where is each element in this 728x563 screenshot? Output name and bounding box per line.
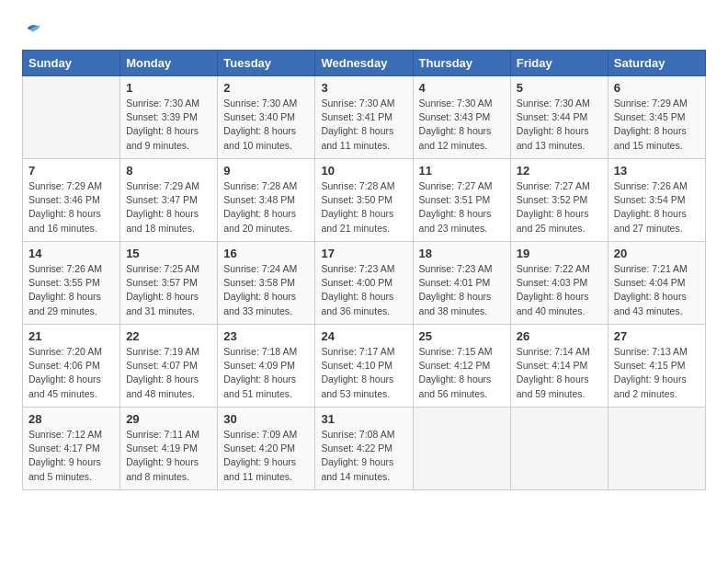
calendar-cell: 6Sunrise: 7:29 AMSunset: 3:45 PMDaylight…: [608, 76, 705, 159]
day-number: 30: [223, 412, 309, 426]
calendar-cell: 26Sunrise: 7:14 AMSunset: 4:14 PMDayligh…: [510, 325, 608, 408]
day-number: 16: [223, 247, 309, 260]
calendar-cell: [510, 408, 608, 490]
day-number: 10: [321, 164, 406, 178]
day-info: Sunrise: 7:20 AMSunset: 4:06 PMDaylight:…: [28, 345, 114, 401]
day-number: 12: [517, 164, 602, 178]
weekday-header-row: SundayMondayTuesdayWednesdayThursdayFrid…: [23, 51, 706, 76]
day-number: 29: [126, 412, 211, 426]
calendar-cell: 8Sunrise: 7:29 AMSunset: 3:47 PMDaylight…: [120, 159, 218, 242]
day-info: Sunrise: 7:29 AMSunset: 3:46 PMDaylight:…: [28, 179, 114, 236]
day-number: 14: [28, 247, 114, 260]
calendar-cell: 18Sunrise: 7:23 AMSunset: 4:01 PMDayligh…: [413, 242, 510, 325]
page-header: [22, 18, 706, 39]
calendar-cell: 28Sunrise: 7:12 AMSunset: 4:17 PMDayligh…: [23, 408, 120, 490]
calendar-cell: 3Sunrise: 7:30 AMSunset: 3:41 PMDaylight…: [315, 76, 413, 159]
day-info: Sunrise: 7:30 AMSunset: 3:44 PMDaylight:…: [517, 97, 602, 153]
day-info: Sunrise: 7:28 AMSunset: 3:48 PMDaylight:…: [223, 179, 309, 236]
day-info: Sunrise: 7:27 AMSunset: 3:51 PMDaylight:…: [419, 179, 505, 236]
day-info: Sunrise: 7:17 AMSunset: 4:10 PMDaylight:…: [321, 345, 406, 401]
day-number: 8: [126, 164, 211, 178]
calendar-cell: 19Sunrise: 7:22 AMSunset: 4:03 PMDayligh…: [510, 242, 608, 325]
day-number: 31: [321, 412, 406, 426]
day-info: Sunrise: 7:11 AMSunset: 4:19 PMDaylight:…: [126, 428, 211, 484]
calendar-week-5: 28Sunrise: 7:12 AMSunset: 4:17 PMDayligh…: [23, 408, 706, 490]
calendar-cell: 7Sunrise: 7:29 AMSunset: 3:46 PMDaylight…: [23, 159, 120, 242]
calendar-cell: 21Sunrise: 7:20 AMSunset: 4:06 PMDayligh…: [23, 325, 120, 408]
day-number: 27: [614, 329, 700, 343]
calendar-cell: 25Sunrise: 7:15 AMSunset: 4:12 PMDayligh…: [413, 325, 510, 408]
weekday-header-thursday: Thursday: [413, 51, 510, 76]
calendar-cell: 31Sunrise: 7:08 AMSunset: 4:22 PMDayligh…: [315, 408, 413, 490]
calendar-week-3: 14Sunrise: 7:26 AMSunset: 3:55 PMDayligh…: [23, 242, 706, 325]
calendar-cell: 2Sunrise: 7:30 AMSunset: 3:40 PMDaylight…: [218, 76, 315, 159]
day-info: Sunrise: 7:09 AMSunset: 4:20 PMDaylight:…: [223, 428, 309, 484]
day-number: 2: [223, 81, 309, 95]
day-number: 25: [419, 329, 505, 343]
day-info: Sunrise: 7:25 AMSunset: 3:57 PMDaylight:…: [126, 262, 211, 318]
day-info: Sunrise: 7:29 AMSunset: 3:45 PMDaylight:…: [614, 97, 700, 153]
day-number: 17: [321, 247, 406, 260]
calendar-cell: 23Sunrise: 7:18 AMSunset: 4:09 PMDayligh…: [218, 325, 315, 408]
day-number: 15: [126, 247, 211, 260]
day-number: 7: [28, 164, 114, 178]
weekday-header-sunday: Sunday: [23, 51, 120, 76]
logo: [22, 18, 44, 39]
day-info: Sunrise: 7:23 AMSunset: 4:01 PMDaylight:…: [419, 262, 505, 318]
calendar-cell: 1Sunrise: 7:30 AMSunset: 3:39 PMDaylight…: [120, 76, 218, 159]
day-info: Sunrise: 7:30 AMSunset: 3:43 PMDaylight:…: [419, 97, 505, 153]
day-info: Sunrise: 7:14 AMSunset: 4:14 PMDaylight:…: [517, 345, 602, 401]
calendar-cell: 20Sunrise: 7:21 AMSunset: 4:04 PMDayligh…: [608, 242, 705, 325]
day-number: 26: [517, 329, 602, 343]
calendar-cell: 5Sunrise: 7:30 AMSunset: 3:44 PMDaylight…: [510, 76, 608, 159]
day-info: Sunrise: 7:21 AMSunset: 4:04 PMDaylight:…: [614, 262, 700, 318]
day-info: Sunrise: 7:23 AMSunset: 4:00 PMDaylight:…: [321, 262, 406, 318]
weekday-header-monday: Monday: [120, 51, 218, 76]
calendar-cell: 9Sunrise: 7:28 AMSunset: 3:48 PMDaylight…: [218, 159, 315, 242]
calendar-cell: 4Sunrise: 7:30 AMSunset: 3:43 PMDaylight…: [413, 76, 510, 159]
weekday-header-wednesday: Wednesday: [315, 51, 413, 76]
calendar-week-1: 1Sunrise: 7:30 AMSunset: 3:39 PMDaylight…: [23, 76, 706, 159]
day-number: 21: [28, 329, 114, 343]
calendar-cell: 27Sunrise: 7:13 AMSunset: 4:15 PMDayligh…: [608, 325, 705, 408]
day-info: Sunrise: 7:22 AMSunset: 4:03 PMDaylight:…: [517, 262, 602, 318]
day-number: 18: [419, 247, 505, 260]
weekday-header-saturday: Saturday: [608, 51, 705, 76]
logo-bird-icon: [24, 18, 44, 39]
day-info: Sunrise: 7:15 AMSunset: 4:12 PMDaylight:…: [419, 345, 505, 401]
calendar-cell: 29Sunrise: 7:11 AMSunset: 4:19 PMDayligh…: [120, 408, 218, 490]
calendar-cell: 11Sunrise: 7:27 AMSunset: 3:51 PMDayligh…: [413, 159, 510, 242]
day-number: 6: [614, 81, 700, 95]
day-number: 4: [419, 81, 505, 95]
day-info: Sunrise: 7:28 AMSunset: 3:50 PMDaylight:…: [321, 179, 406, 236]
day-number: 11: [419, 164, 505, 178]
day-number: 5: [517, 81, 602, 95]
day-info: Sunrise: 7:30 AMSunset: 3:41 PMDaylight:…: [321, 97, 406, 153]
calendar-cell: 12Sunrise: 7:27 AMSunset: 3:52 PMDayligh…: [510, 159, 608, 242]
day-info: Sunrise: 7:30 AMSunset: 3:40 PMDaylight:…: [223, 97, 309, 153]
calendar-cell: 15Sunrise: 7:25 AMSunset: 3:57 PMDayligh…: [120, 242, 218, 325]
day-number: 13: [614, 164, 700, 178]
calendar-week-4: 21Sunrise: 7:20 AMSunset: 4:06 PMDayligh…: [23, 325, 706, 408]
calendar-cell: 13Sunrise: 7:26 AMSunset: 3:54 PMDayligh…: [608, 159, 705, 242]
day-info: Sunrise: 7:26 AMSunset: 3:54 PMDaylight:…: [614, 179, 700, 236]
day-info: Sunrise: 7:30 AMSunset: 3:39 PMDaylight:…: [126, 97, 211, 153]
day-number: 24: [321, 329, 406, 343]
calendar-cell: 14Sunrise: 7:26 AMSunset: 3:55 PMDayligh…: [23, 242, 120, 325]
day-number: 22: [126, 329, 211, 343]
day-info: Sunrise: 7:29 AMSunset: 3:47 PMDaylight:…: [126, 179, 211, 236]
day-number: 28: [28, 412, 114, 426]
day-number: 23: [223, 329, 309, 343]
day-info: Sunrise: 7:26 AMSunset: 3:55 PMDaylight:…: [28, 262, 114, 318]
day-info: Sunrise: 7:27 AMSunset: 3:52 PMDaylight:…: [517, 179, 602, 236]
calendar-cell: [23, 76, 120, 159]
calendar-cell: [413, 408, 510, 490]
weekday-header-friday: Friday: [510, 51, 608, 76]
day-number: 19: [517, 247, 602, 260]
day-info: Sunrise: 7:19 AMSunset: 4:07 PMDaylight:…: [126, 345, 211, 401]
calendar-week-2: 7Sunrise: 7:29 AMSunset: 3:46 PMDaylight…: [23, 159, 706, 242]
day-number: 1: [126, 81, 211, 95]
day-number: 9: [223, 164, 309, 178]
day-number: 3: [321, 81, 406, 95]
day-info: Sunrise: 7:18 AMSunset: 4:09 PMDaylight:…: [223, 345, 309, 401]
